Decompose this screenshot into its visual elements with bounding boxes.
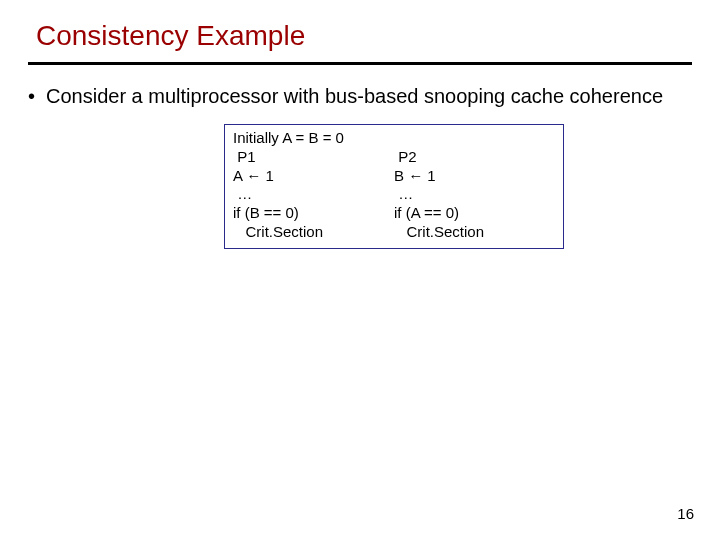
p1-assign: A ← 1: [233, 167, 274, 184]
page-number: 16: [677, 505, 694, 522]
code-example-box: Initially A = B = 0 P1 A ← 1 … if (B == …: [224, 124, 564, 249]
p2-crit: Crit.Section: [394, 223, 484, 240]
p2-dots: …: [394, 185, 413, 202]
bullet-mark: •: [28, 83, 46, 110]
code-columns: P1 A ← 1 … if (B == 0) Crit.Section P2 B…: [233, 148, 555, 242]
p1-crit: Crit.Section: [233, 223, 323, 240]
p2-name: P2: [394, 148, 417, 165]
code-initial-condition: Initially A = B = 0: [233, 129, 555, 148]
bullet-text: Consider a multiprocessor with bus-based…: [46, 83, 692, 110]
p1-cond: if (B == 0): [233, 204, 299, 221]
title-divider: [28, 62, 692, 65]
slide: Consistency Example • Consider a multipr…: [0, 0, 720, 540]
code-column-p2: P2 B ← 1 … if (A == 0) Crit.Section: [394, 148, 555, 242]
p1-dots: …: [233, 185, 252, 202]
bullet-list: • Consider a multiprocessor with bus-bas…: [28, 83, 692, 110]
code-column-p1: P1 A ← 1 … if (B == 0) Crit.Section: [233, 148, 394, 242]
p2-assign: B ← 1: [394, 167, 436, 184]
p1-name: P1: [233, 148, 256, 165]
p2-cond: if (A == 0): [394, 204, 459, 221]
slide-title: Consistency Example: [36, 20, 692, 52]
bullet-item: • Consider a multiprocessor with bus-bas…: [28, 83, 692, 110]
